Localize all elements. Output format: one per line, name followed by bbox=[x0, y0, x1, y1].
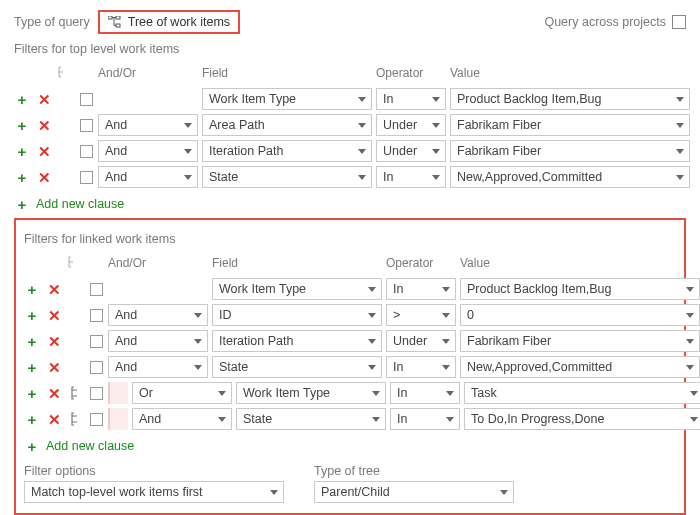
andor-select[interactable]: And bbox=[108, 304, 208, 326]
chevron-down-icon bbox=[676, 123, 684, 128]
row-checkbox[interactable] bbox=[90, 413, 103, 426]
operator-select[interactable]: In bbox=[390, 382, 460, 404]
filter-options-select[interactable]: Match top-level work items first bbox=[24, 481, 284, 503]
value-select[interactable]: Product Backlog Item,Bug bbox=[460, 278, 700, 300]
value-select[interactable]: Product Backlog Item,Bug bbox=[450, 88, 690, 110]
value-select[interactable]: New,Approved,Committed bbox=[450, 166, 690, 188]
row-checkbox[interactable] bbox=[90, 361, 103, 374]
group-clause-icon[interactable] bbox=[68, 412, 86, 426]
remove-clause-button[interactable]: ✕ bbox=[36, 169, 52, 185]
type-of-query-selector[interactable]: Tree of work items bbox=[98, 10, 240, 34]
andor-select[interactable]: And bbox=[98, 166, 198, 188]
field-select[interactable]: State bbox=[236, 408, 386, 430]
andor-select[interactable]: Or bbox=[132, 382, 232, 404]
field-select[interactable]: State bbox=[202, 166, 372, 188]
field-select[interactable]: Work Item Type bbox=[212, 278, 382, 300]
remove-clause-button[interactable]: ✕ bbox=[46, 333, 62, 349]
row-checkbox[interactable] bbox=[80, 119, 93, 132]
query-across-projects-checkbox[interactable] bbox=[672, 15, 686, 29]
andor-select[interactable]: And bbox=[98, 140, 198, 162]
insert-clause-button[interactable]: + bbox=[14, 91, 30, 107]
row-checkbox[interactable] bbox=[90, 309, 103, 322]
row-checkbox[interactable] bbox=[90, 283, 103, 296]
operator-select-text: Under bbox=[393, 334, 427, 348]
field-select[interactable]: ID bbox=[212, 304, 382, 326]
add-new-clause-linked[interactable]: + Add new clause bbox=[24, 438, 676, 454]
value-select-text: Fabrikam Fiber bbox=[457, 144, 541, 158]
operator-select[interactable]: In bbox=[376, 88, 446, 110]
andor-select[interactable]: And bbox=[132, 408, 232, 430]
chevron-down-icon bbox=[432, 175, 440, 180]
add-new-clause-top[interactable]: + Add new clause bbox=[14, 196, 686, 212]
svg-rect-2 bbox=[116, 24, 120, 27]
field-select[interactable]: State bbox=[212, 356, 382, 378]
value-select[interactable]: New,Approved,Committed bbox=[460, 356, 700, 378]
insert-clause-button[interactable]: + bbox=[24, 385, 40, 401]
field-select[interactable]: Iteration Path bbox=[212, 330, 382, 352]
insert-clause-button[interactable]: + bbox=[14, 143, 30, 159]
andor-select[interactable]: And bbox=[98, 114, 198, 136]
chevron-down-icon bbox=[184, 175, 192, 180]
chevron-down-icon bbox=[442, 313, 450, 318]
operator-select[interactable]: In bbox=[376, 166, 446, 188]
andor-select-text: And bbox=[115, 360, 137, 374]
andor-select[interactable]: And bbox=[108, 356, 208, 378]
group-icon-header bbox=[58, 66, 76, 81]
value-select[interactable]: 0 bbox=[460, 304, 700, 326]
field-select[interactable]: Work Item Type bbox=[236, 382, 386, 404]
operator-select-text: In bbox=[383, 92, 393, 106]
row-checkbox[interactable] bbox=[90, 335, 103, 348]
remove-clause-button[interactable]: ✕ bbox=[46, 359, 62, 375]
operator-select[interactable]: > bbox=[386, 304, 456, 326]
clause-row: + ✕ And ID > 0 bbox=[24, 302, 676, 328]
row-checkbox[interactable] bbox=[80, 145, 93, 158]
operator-select[interactable]: Under bbox=[386, 330, 456, 352]
field-select-text: Iteration Path bbox=[219, 334, 293, 348]
insert-clause-button[interactable]: + bbox=[24, 359, 40, 375]
operator-select[interactable]: In bbox=[390, 408, 460, 430]
group-clause-icon[interactable] bbox=[68, 386, 86, 400]
chevron-down-icon bbox=[676, 175, 684, 180]
remove-clause-button[interactable]: ✕ bbox=[36, 143, 52, 159]
type-of-tree-select[interactable]: Parent/Child bbox=[314, 481, 514, 503]
insert-clause-button[interactable]: + bbox=[24, 281, 40, 297]
field-select[interactable]: Iteration Path bbox=[202, 140, 372, 162]
operator-select[interactable]: In bbox=[386, 356, 456, 378]
remove-clause-button[interactable]: ✕ bbox=[46, 411, 62, 427]
chevron-down-icon bbox=[358, 175, 366, 180]
plus-icon: + bbox=[14, 196, 30, 212]
field-select-text: State bbox=[219, 360, 248, 374]
remove-clause-button[interactable]: ✕ bbox=[46, 385, 62, 401]
chevron-down-icon bbox=[500, 490, 508, 495]
remove-clause-button[interactable]: ✕ bbox=[36, 117, 52, 133]
row-checkbox[interactable] bbox=[80, 171, 93, 184]
value-select[interactable]: Fabrikam Fiber bbox=[450, 114, 690, 136]
andor-select[interactable]: And bbox=[108, 330, 208, 352]
value-select[interactable]: Fabrikam Fiber bbox=[450, 140, 690, 162]
operator-select[interactable]: In bbox=[386, 278, 456, 300]
row-checkbox[interactable] bbox=[90, 387, 103, 400]
value-select[interactable]: Task bbox=[464, 382, 700, 404]
chevron-down-icon bbox=[442, 339, 450, 344]
field-select[interactable]: Area Path bbox=[202, 114, 372, 136]
value-select[interactable]: Fabrikam Fiber bbox=[460, 330, 700, 352]
insert-clause-button[interactable]: + bbox=[14, 117, 30, 133]
remove-clause-button[interactable]: ✕ bbox=[46, 281, 62, 297]
remove-clause-button[interactable]: ✕ bbox=[36, 91, 52, 107]
field-select[interactable]: Work Item Type bbox=[202, 88, 372, 110]
chevron-down-icon bbox=[368, 287, 376, 292]
insert-clause-button[interactable]: + bbox=[24, 333, 40, 349]
operator-select[interactable]: Under bbox=[376, 114, 446, 136]
chevron-down-icon bbox=[358, 123, 366, 128]
remove-clause-button[interactable]: ✕ bbox=[46, 307, 62, 323]
insert-clause-button[interactable]: + bbox=[24, 411, 40, 427]
chevron-down-icon bbox=[432, 123, 440, 128]
insert-clause-button[interactable]: + bbox=[14, 169, 30, 185]
insert-clause-button[interactable]: + bbox=[24, 307, 40, 323]
col-field: Field bbox=[212, 256, 382, 270]
chevron-down-icon bbox=[358, 97, 366, 102]
row-checkbox[interactable] bbox=[80, 93, 93, 106]
chevron-down-icon bbox=[368, 365, 376, 370]
value-select[interactable]: To Do,In Progress,Done bbox=[464, 408, 700, 430]
operator-select[interactable]: Under bbox=[376, 140, 446, 162]
